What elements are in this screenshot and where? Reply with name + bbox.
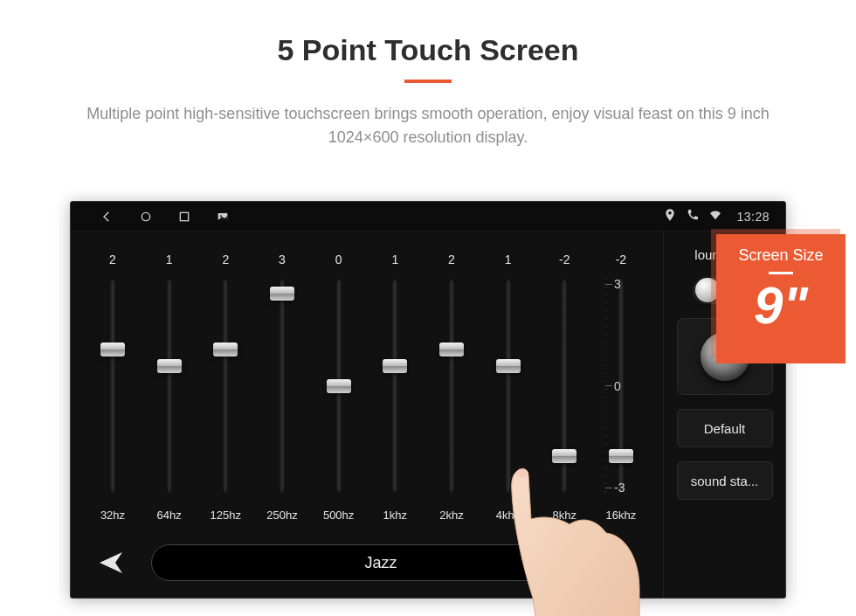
badge-underline	[769, 272, 793, 274]
slider-knob[interactable]	[552, 449, 576, 463]
eq-slider[interactable]	[487, 279, 529, 493]
phone-icon	[686, 208, 700, 225]
location-icon	[663, 208, 677, 225]
slider-knob[interactable]	[383, 359, 407, 373]
screen-size-badge: Screen Size 9"	[716, 234, 846, 363]
svg-point-0	[142, 212, 149, 220]
band-value: -2	[600, 253, 642, 266]
band-label: 125hz	[204, 509, 246, 522]
bottom-row: Jazz	[88, 544, 645, 581]
band-labels-row: 32hz 64hz 125hz 250hz 500hz 1khz 2khz 4k…	[88, 509, 645, 522]
sound-stage-button[interactable]: sound sta...	[677, 461, 773, 500]
home-icon[interactable]	[139, 210, 153, 224]
svg-rect-1	[180, 212, 188, 220]
eq-slider[interactable]	[318, 279, 360, 493]
recents-icon[interactable]	[177, 210, 191, 224]
equalizer-area: 2 1 2 3 0 1 2 1 -2 -2	[71, 232, 785, 598]
eq-slider[interactable]	[204, 279, 246, 493]
badge-value: 9"	[725, 280, 837, 332]
eq-slider[interactable]	[543, 279, 585, 493]
eq-slider[interactable]	[431, 279, 473, 493]
gallery-icon[interactable]	[216, 210, 230, 224]
scale-max: 3	[614, 279, 651, 289]
band-label: 32hz	[92, 509, 134, 522]
clock: 13:28	[736, 210, 770, 224]
band-label: 8khz	[543, 509, 585, 522]
eq-slider[interactable]	[92, 279, 134, 493]
band-label: 1khz	[374, 509, 416, 522]
band-label: 2khz	[431, 509, 473, 522]
preset-selector[interactable]: Jazz	[151, 544, 611, 581]
slider-knob[interactable]	[213, 343, 238, 356]
device-frame: 13:28 2 1 2 3 0 1 2 1 -2 -2	[70, 201, 786, 599]
band-label: 250hz	[261, 509, 303, 522]
slider-knob[interactable]	[327, 379, 351, 393]
band-value: 3	[261, 253, 303, 266]
slider-knob[interactable]	[100, 343, 125, 356]
band-value: 1	[487, 253, 529, 266]
band-value: 1	[148, 253, 190, 266]
wifi-icon	[708, 208, 722, 225]
band-label: 4khz	[487, 509, 529, 522]
band-value: 2	[92, 253, 134, 266]
svg-point-3	[220, 215, 222, 217]
back-icon[interactable]	[100, 210, 114, 224]
band-value: -2	[543, 253, 585, 266]
eq-slider[interactable]	[261, 279, 303, 493]
back-button[interactable]	[92, 545, 130, 580]
slider-knob[interactable]	[496, 359, 521, 373]
default-button[interactable]: Default	[677, 409, 773, 447]
slider-knob[interactable]	[439, 343, 464, 356]
band-label: 16khz	[600, 509, 642, 522]
page-title: 5 Point Touch Screen	[0, 33, 856, 67]
slider-knob[interactable]	[270, 287, 294, 301]
band-values-row: 2 1 2 3 0 1 2 1 -2 -2	[88, 253, 645, 266]
scale: 3 0 -3	[607, 279, 651, 493]
title-underline	[404, 80, 452, 83]
badge-title: Screen Size	[725, 246, 837, 265]
scale-min: -3	[614, 482, 651, 493]
scale-mid: 0	[614, 381, 651, 391]
band-value: 1	[374, 253, 416, 266]
band-value: 2	[431, 253, 473, 266]
band-value: 0	[318, 253, 360, 266]
slider-knob[interactable]	[157, 359, 182, 373]
band-label: 500hz	[318, 509, 360, 522]
sliders-row: 3 0 -3	[88, 279, 645, 493]
page-subtitle: Multiple point high-sensitive touchscree…	[35, 102, 821, 149]
band-label: 64hz	[148, 509, 190, 522]
eq-slider[interactable]	[148, 279, 190, 493]
band-value: 2	[204, 253, 246, 266]
eq-slider[interactable]	[374, 279, 416, 493]
equalizer-main: 2 1 2 3 0 1 2 1 -2 -2	[71, 232, 663, 598]
statusbar: 13:28	[71, 202, 785, 232]
